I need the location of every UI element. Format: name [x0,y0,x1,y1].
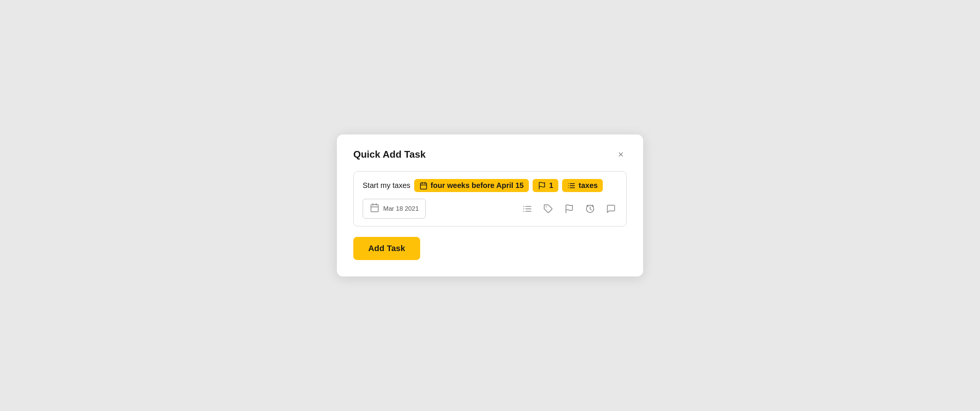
date-pill[interactable]: four weeks before April 15 [414,179,529,192]
icon-controls [521,202,617,215]
list-icon[interactable] [521,202,534,215]
project-pill-text: taxes [579,181,598,190]
task-input-area: Start my taxes four weeks before April 1… [353,171,627,226]
svg-rect-0 [420,183,427,189]
task-controls-row: Mar 18 2021 [363,199,617,218]
priority-pill[interactable]: 1 [533,179,558,192]
comment-icon[interactable] [605,202,617,215]
pill-calendar-icon [419,182,428,190]
flag-icon[interactable] [563,202,576,215]
pill-flag-icon [538,182,546,190]
date-field-calendar-icon [370,203,379,215]
date-field-value: Mar 18 2021 [383,205,418,213]
tag-icon[interactable] [542,202,555,215]
close-button[interactable]: × [615,148,627,161]
pill-list-icon [567,182,576,190]
dialog-header: Quick Add Task × [353,148,627,161]
reminder-clock-icon[interactable] [584,202,597,215]
task-text: Start my taxes [363,181,410,190]
project-pill[interactable]: taxes [562,179,603,192]
quick-add-task-dialog: Quick Add Task × Start my taxes four wee… [337,134,643,277]
date-field[interactable]: Mar 18 2021 [363,199,426,218]
task-text-row: Start my taxes four weeks before April 1… [363,179,617,192]
priority-pill-text: 1 [549,181,553,190]
svg-rect-11 [371,204,378,212]
date-pill-text: four weeks before April 15 [431,181,523,190]
add-task-button[interactable]: Add Task [353,237,420,260]
dialog-title: Quick Add Task [353,149,426,160]
